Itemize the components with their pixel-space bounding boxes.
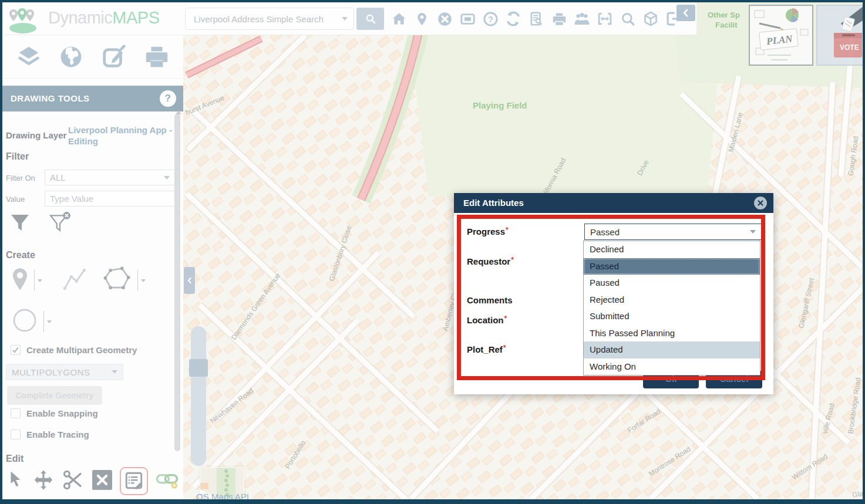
overview-window-button[interactable] bbox=[459, 11, 476, 27]
clear-button[interactable] bbox=[436, 11, 453, 27]
search-mode-select[interactable]: Liverpool Address Simple Search bbox=[185, 8, 354, 30]
refresh-button[interactable] bbox=[505, 11, 521, 27]
option-declined[interactable]: Declined bbox=[584, 241, 760, 258]
check-icon bbox=[12, 346, 19, 354]
zoom-button[interactable] bbox=[620, 11, 636, 27]
create-heading: Create bbox=[6, 250, 35, 261]
edit-attributes-button[interactable] bbox=[120, 467, 148, 495]
help-button[interactable]: ? bbox=[482, 11, 499, 27]
print-button[interactable] bbox=[551, 11, 567, 27]
header-bar: DynamicMAPS Liverpool Address Simple Sea… bbox=[2, 2, 696, 35]
move-icon bbox=[32, 469, 55, 491]
fit-width-button[interactable] bbox=[597, 11, 613, 27]
tracing-checkbox[interactable] bbox=[11, 429, 21, 439]
basemap-globe-button[interactable] bbox=[58, 44, 84, 72]
progress-select-value: Passed bbox=[590, 227, 750, 237]
document-search-button[interactable] bbox=[528, 11, 544, 27]
option-working-on[interactable]: Working On bbox=[584, 358, 760, 376]
required-mark: * bbox=[504, 314, 507, 323]
geometry-type-select[interactable]: MULTIPOLYGONS bbox=[6, 364, 123, 380]
option-updated[interactable]: Updated bbox=[584, 341, 760, 358]
chevron-down-icon bbox=[342, 17, 348, 21]
plan-thumbnail[interactable]: PLAN bbox=[749, 5, 813, 66]
progress-select[interactable]: Passed bbox=[584, 224, 762, 240]
filter-on-label: Filter On bbox=[6, 174, 35, 182]
delete-feature-button[interactable] bbox=[92, 470, 112, 492]
search-mode-value: Liverpool Address Simple Search bbox=[194, 14, 342, 24]
create-polygon-button[interactable] bbox=[101, 265, 133, 296]
panel-help-button[interactable]: ? bbox=[160, 90, 176, 107]
drawing-tools-button[interactable] bbox=[100, 43, 127, 73]
option-paused[interactable]: Paused bbox=[584, 275, 760, 292]
search-icon bbox=[365, 13, 376, 25]
collapse-sidebar-handle[interactable] bbox=[184, 267, 195, 294]
logo-word-dynamic: Dynamic bbox=[48, 8, 112, 27]
option-passed[interactable]: Passed bbox=[584, 258, 760, 275]
main-toolbar: ? bbox=[391, 8, 682, 30]
layers-button[interactable] bbox=[15, 43, 42, 73]
drawing-tools-panel-header: DRAWING TOOLS ? bbox=[2, 86, 183, 111]
location-pin-button[interactable] bbox=[413, 11, 430, 27]
document-search-icon bbox=[529, 11, 544, 26]
option-submitted[interactable]: Submitted bbox=[584, 308, 760, 325]
3d-view-button[interactable] bbox=[642, 11, 659, 27]
select-feature-button[interactable] bbox=[7, 470, 25, 492]
zoom-slider-track[interactable] bbox=[191, 326, 206, 466]
circle-tool-dropdown[interactable] bbox=[47, 320, 52, 323]
required-mark: * bbox=[506, 226, 509, 234]
x-circle-icon bbox=[437, 11, 453, 27]
home-button[interactable] bbox=[391, 11, 407, 27]
snapping-checkbox[interactable] bbox=[11, 408, 21, 418]
users-button[interactable] bbox=[574, 11, 590, 27]
chevron-left-icon bbox=[681, 8, 691, 18]
filter-icon bbox=[9, 212, 31, 234]
option-this-passed-planning[interactable]: This Passed Planning bbox=[584, 325, 760, 342]
search-button[interactable] bbox=[356, 8, 384, 30]
refresh-icon bbox=[505, 11, 521, 27]
edit-tools-row bbox=[7, 467, 179, 495]
chevron-left-icon bbox=[186, 276, 193, 285]
value-label: Value bbox=[6, 195, 25, 204]
divider bbox=[34, 270, 35, 291]
multipart-checkbox[interactable] bbox=[11, 345, 21, 355]
filter-on-select[interactable]: ALL bbox=[45, 170, 175, 185]
sidebar-print-button[interactable] bbox=[143, 43, 170, 73]
complete-geometry-button[interactable]: Complete Geometry bbox=[7, 386, 102, 405]
app-window: A58 Playing Field Other Sp Facilit hurst… bbox=[0, 0, 865, 504]
geometry-type-value: MULTIPOLYGONS bbox=[12, 367, 112, 377]
edit-square-icon bbox=[100, 43, 127, 70]
multipart-label: Create Multipart Geometry bbox=[26, 345, 137, 355]
dialog-header[interactable]: Edit Attributes bbox=[454, 193, 773, 213]
vote-thumbnail[interactable]: VOTE bbox=[816, 5, 865, 66]
apply-filter-button[interactable] bbox=[9, 212, 31, 236]
close-icon bbox=[757, 199, 764, 207]
collapse-toolbar-button[interactable] bbox=[676, 5, 695, 21]
chevron-down-icon bbox=[750, 230, 756, 234]
option-rejected[interactable]: Rejected bbox=[584, 292, 760, 309]
create-line-button[interactable] bbox=[62, 266, 88, 295]
home-icon bbox=[391, 11, 407, 27]
filter-value-input[interactable] bbox=[45, 191, 175, 207]
enable-tracing-row: Enable Tracing bbox=[11, 429, 89, 439]
create-point-button[interactable] bbox=[11, 266, 29, 295]
clear-filter-button[interactable] bbox=[48, 211, 72, 237]
cube-icon bbox=[642, 11, 659, 27]
scrollbar-thumb[interactable] bbox=[174, 114, 180, 451]
zoom-slider-handle[interactable] bbox=[189, 359, 208, 377]
dynamicmaps-logo-icon bbox=[7, 4, 42, 34]
dialog-close-button[interactable] bbox=[754, 197, 767, 209]
requestor-field-label: Requestor* bbox=[467, 256, 514, 266]
point-tool-dropdown[interactable] bbox=[38, 279, 42, 282]
printer-icon bbox=[143, 43, 170, 70]
area-label-playing-field: Playing Field bbox=[473, 100, 527, 110]
create-circle-button[interactable] bbox=[11, 306, 39, 337]
polygon-tool-dropdown[interactable] bbox=[141, 279, 146, 282]
area-label-other-2: Facilit bbox=[715, 21, 738, 29]
move-feature-button[interactable] bbox=[32, 469, 55, 493]
sidebar-scrollbar[interactable] bbox=[174, 109, 182, 497]
cut-feature-button[interactable] bbox=[62, 469, 85, 493]
logo-word-maps: MAPS bbox=[112, 8, 159, 27]
filter-heading: Filter bbox=[6, 151, 29, 162]
delete-x-icon bbox=[92, 470, 112, 490]
globe-icon bbox=[58, 44, 84, 70]
